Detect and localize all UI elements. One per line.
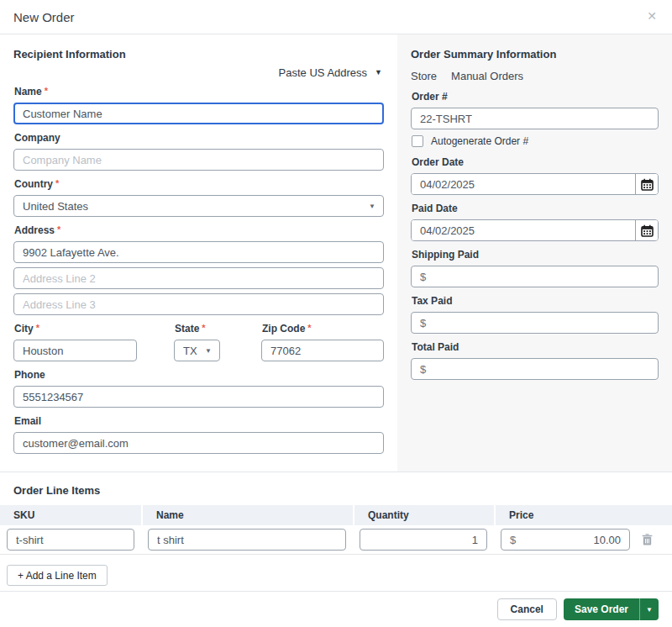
new-order-modal: New Order ✕ Recipient Information Paste … xyxy=(0,0,672,627)
paste-us-address-button[interactable]: Paste US Address ▼ xyxy=(279,66,382,79)
name-input[interactable] xyxy=(13,103,384,124)
required-marker: * xyxy=(55,178,59,188)
store-value: Manual Orders xyxy=(451,70,523,82)
order-date-group xyxy=(411,173,659,195)
email-label: Email xyxy=(14,415,41,427)
email-input[interactable] xyxy=(13,432,384,454)
total-paid-label: Total Paid xyxy=(412,341,459,353)
paid-date-label: Paid Date xyxy=(412,203,458,214)
delete-line-item-trash-icon[interactable] xyxy=(640,532,654,547)
company-field: Company xyxy=(13,132,384,171)
company-label-row: Company xyxy=(14,132,384,145)
state-label-row: State * xyxy=(175,323,220,335)
order-date-field: Order Date xyxy=(411,156,659,195)
column-header-name: Name xyxy=(141,505,353,525)
save-order-button[interactable]: Save Order xyxy=(564,598,639,620)
store-row: Store Manual Orders xyxy=(411,69,659,82)
paid-date-group xyxy=(411,219,659,241)
city-state-zip-row: City * State * TX ▼ xyxy=(13,323,384,361)
modal-body: Recipient Information Paste US Address ▼… xyxy=(0,34,672,472)
country-field: Country * United States ▼ xyxy=(13,178,384,217)
phone-label-row: Phone xyxy=(14,369,384,382)
paste-address-row: Paste US Address ▼ xyxy=(13,66,382,79)
order-date-input[interactable] xyxy=(412,174,635,194)
paid-date-calendar-icon[interactable] xyxy=(635,220,658,240)
tax-paid-group: $ xyxy=(411,312,659,334)
order-line-items-section: Order Line Items SKU Name Quantity Price… xyxy=(0,472,672,591)
zip-input[interactable] xyxy=(261,340,384,361)
shipping-paid-label: Shipping Paid xyxy=(412,249,479,261)
cancel-button[interactable]: Cancel xyxy=(497,598,557,620)
state-field: State * TX ▼ xyxy=(174,323,220,361)
line-item-quantity-input[interactable] xyxy=(360,529,487,551)
line-item-name-input[interactable] xyxy=(148,529,346,551)
tax-paid-field: Tax Paid $ xyxy=(411,295,659,334)
city-field: City * xyxy=(13,323,137,361)
order-line-items-title: Order Line Items xyxy=(0,472,672,505)
paste-us-address-label: Paste US Address xyxy=(279,66,368,79)
line-item-quantity-cell xyxy=(353,529,494,551)
line-item-price-input[interactable] xyxy=(521,534,621,546)
chevron-down-icon: ▼ xyxy=(375,68,382,76)
modal-footer: Cancel Save Order ▼ xyxy=(0,591,672,627)
order-date-calendar-icon[interactable] xyxy=(635,174,658,194)
currency-symbol: $ xyxy=(510,534,516,546)
autogenerate-checkbox[interactable] xyxy=(412,135,423,147)
autogenerate-label: Autogenerate Order # xyxy=(431,135,528,147)
zip-label: Zip Code xyxy=(262,323,305,335)
email-label-row: Email xyxy=(14,415,384,428)
order-number-field: Order # xyxy=(411,91,659,129)
company-input[interactable] xyxy=(13,149,384,171)
line-item-sku-input[interactable] xyxy=(7,529,134,551)
order-number-label: Order # xyxy=(412,91,448,103)
currency-symbol: $ xyxy=(420,317,426,329)
required-marker: * xyxy=(307,323,311,333)
add-line-item-button[interactable]: + Add a Line Item xyxy=(7,565,108,586)
total-paid-group: $ xyxy=(411,358,659,380)
address-line2-input[interactable] xyxy=(13,267,384,289)
order-number-input[interactable] xyxy=(411,108,659,129)
total-paid-field: Total Paid $ xyxy=(411,341,659,380)
paid-date-input[interactable] xyxy=(412,220,635,240)
modal-header: New Order ✕ xyxy=(0,0,672,34)
close-icon[interactable]: ✕ xyxy=(643,7,660,25)
column-header-price: Price xyxy=(494,505,672,525)
name-label: Name xyxy=(14,86,42,97)
autogenerate-row: Autogenerate Order # xyxy=(412,134,659,148)
save-order-dropdown-icon[interactable]: ▼ xyxy=(639,598,659,620)
tax-paid-input[interactable] xyxy=(431,317,649,329)
required-marker: * xyxy=(36,323,39,333)
email-field: Email xyxy=(13,415,384,454)
state-select[interactable]: TX ▼ xyxy=(174,340,220,361)
phone-label: Phone xyxy=(14,369,45,381)
address-line3-input[interactable] xyxy=(13,293,384,315)
state-label: State xyxy=(175,323,199,335)
shipping-paid-input[interactable] xyxy=(431,271,649,283)
order-date-label: Order Date xyxy=(412,156,464,168)
shipping-paid-label-row: Shipping Paid xyxy=(412,249,659,261)
tax-paid-label-row: Tax Paid xyxy=(412,295,659,308)
country-label-row: Country * xyxy=(14,178,384,191)
city-label: City xyxy=(14,323,34,335)
line-item-price-cell: $ xyxy=(494,529,672,551)
city-input[interactable] xyxy=(13,340,137,361)
currency-symbol: $ xyxy=(420,363,426,376)
state-select-value: TX xyxy=(183,345,197,357)
name-field: Name * xyxy=(13,86,384,124)
column-header-sku: SKU xyxy=(0,505,141,525)
phone-input[interactable] xyxy=(13,386,384,408)
line-item-name-cell xyxy=(141,529,353,551)
save-order-split-button: Save Order ▼ xyxy=(564,598,659,620)
country-select[interactable]: United States ▼ xyxy=(13,195,384,217)
company-label: Company xyxy=(14,132,60,144)
address-line1-input[interactable] xyxy=(13,241,384,263)
zip-field: Zip Code * xyxy=(261,323,384,361)
zip-label-row: Zip Code * xyxy=(262,323,384,335)
country-label: Country xyxy=(14,178,53,190)
address-label-row: Address * xyxy=(14,224,384,237)
total-paid-label-row: Total Paid xyxy=(412,341,659,354)
order-summary-title: Order Summary Information xyxy=(411,48,659,61)
order-date-label-row: Order Date xyxy=(412,156,659,169)
total-paid-input[interactable] xyxy=(431,363,649,376)
phone-field: Phone xyxy=(13,369,384,408)
